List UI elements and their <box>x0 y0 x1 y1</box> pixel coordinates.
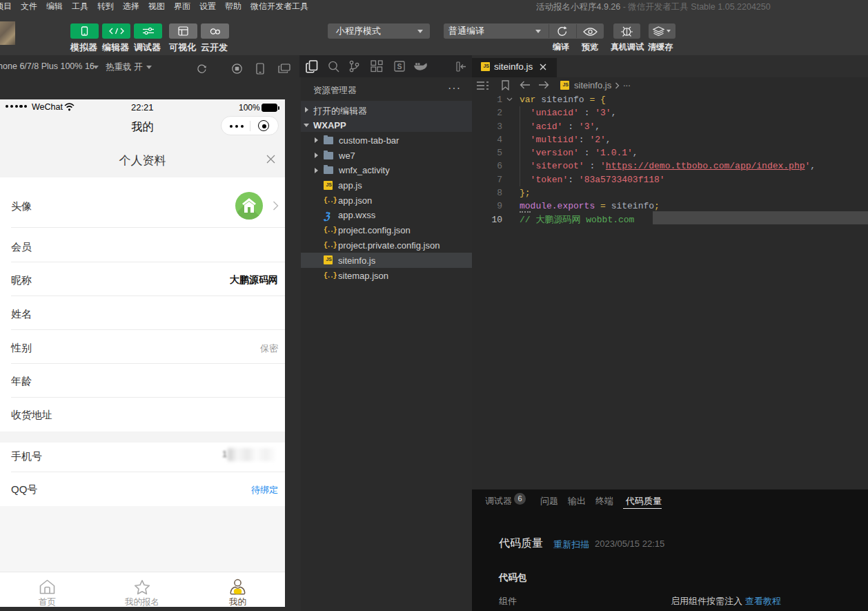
svg-text:S: S <box>397 62 402 70</box>
